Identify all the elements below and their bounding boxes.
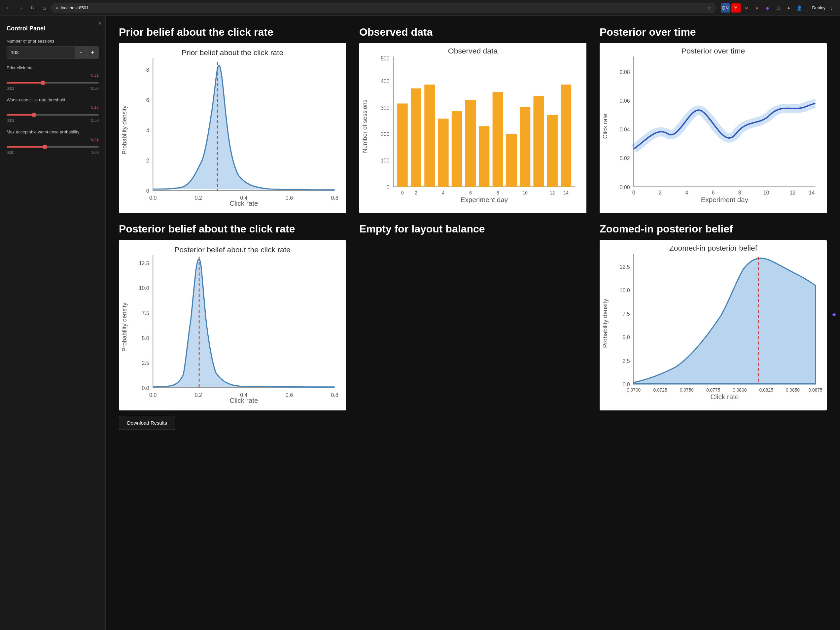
prior-sessions-decrement[interactable]: - bbox=[75, 47, 87, 58]
separator bbox=[807, 4, 807, 12]
svg-text:Probability density: Probability density bbox=[121, 302, 128, 352]
max-acceptable-prob-max: 1.00 bbox=[91, 150, 99, 155]
prior-sessions-group: Number of prior sessions 103 - + bbox=[6, 39, 99, 59]
prior-belief-svg: Prior belief about the click rate Probab… bbox=[119, 43, 346, 213]
svg-text:Click rate: Click rate bbox=[710, 393, 739, 400]
svg-text:14: 14 bbox=[808, 189, 815, 196]
sidebar-close-button[interactable]: × bbox=[98, 20, 101, 27]
svg-text:10.0: 10.0 bbox=[619, 287, 630, 293]
posterior-belief-chart: Posterior belief about the click rate Pr… bbox=[119, 240, 346, 411]
svg-text:2: 2 bbox=[415, 191, 417, 196]
max-acceptable-prob-range: 0.00 1.00 bbox=[6, 150, 99, 155]
max-acceptable-prob-value: 0.41 bbox=[6, 137, 99, 142]
svg-text:Observed data: Observed data bbox=[448, 47, 498, 55]
svg-rect-61 bbox=[520, 107, 530, 187]
svg-text:200: 200 bbox=[381, 131, 390, 137]
svg-text:8: 8 bbox=[738, 189, 741, 196]
svg-text:Zoomed-in posterior belief: Zoomed-in posterior belief bbox=[669, 244, 758, 252]
svg-text:Click rate: Click rate bbox=[602, 114, 608, 139]
observed-data-chart: Observed data Number of sessions Experim… bbox=[359, 43, 586, 213]
ext-5[interactable]: ◆ bbox=[763, 3, 772, 13]
posterior-belief-section: Posterior belief about the click rate Po… bbox=[119, 223, 346, 429]
svg-text:10: 10 bbox=[523, 191, 528, 196]
svg-rect-49 bbox=[411, 88, 421, 187]
svg-text:Probability density: Probability density bbox=[121, 105, 128, 155]
max-acceptable-prob-slider[interactable] bbox=[6, 146, 99, 148]
worst-case-threshold-slider[interactable] bbox=[6, 114, 99, 115]
ext-3[interactable]: ∞ bbox=[742, 3, 751, 13]
svg-text:0.6: 0.6 bbox=[286, 392, 293, 398]
svg-text:0.0725: 0.0725 bbox=[653, 387, 667, 392]
svg-text:0: 0 bbox=[146, 188, 149, 194]
worst-case-threshold-range: 0.01 0.50 bbox=[6, 118, 99, 123]
svg-text:400: 400 bbox=[381, 78, 390, 84]
observed-data-section: Observed data Observed data Number of se… bbox=[359, 26, 586, 213]
ext-6[interactable]: □ bbox=[774, 3, 783, 13]
svg-text:300: 300 bbox=[381, 105, 390, 111]
svg-text:14: 14 bbox=[563, 191, 568, 196]
prior-belief-section: Prior belief about the click rate Prior … bbox=[119, 26, 346, 213]
back-button[interactable]: ← bbox=[4, 3, 13, 13]
svg-text:7.5: 7.5 bbox=[622, 311, 630, 317]
posterior-over-time-section: Posterior over time Posterior over time … bbox=[600, 26, 827, 213]
svg-rect-51 bbox=[424, 85, 435, 187]
address-bar[interactable]: ● localhost:8501 ☆ bbox=[52, 3, 715, 13]
svg-text:0.6: 0.6 bbox=[286, 195, 293, 201]
menu-button[interactable]: ⋮ bbox=[827, 3, 836, 13]
zoomed-posterior-section: Zoomed-in posterior belief Zoomed-in pos… bbox=[600, 223, 827, 410]
main-content: Prior belief about the click rate Prior … bbox=[106, 16, 840, 630]
svg-text:0.4: 0.4 bbox=[240, 195, 247, 201]
max-acceptable-prob-group: Max acceptable worst-case probability 0.… bbox=[6, 129, 99, 155]
deploy-button[interactable]: Deploy bbox=[812, 5, 826, 10]
svg-text:0.0: 0.0 bbox=[622, 381, 630, 387]
ext-8[interactable]: 👤 bbox=[795, 3, 804, 13]
content-grid: Prior belief about the click rate Prior … bbox=[119, 26, 827, 430]
svg-text:Number of sessions: Number of sessions bbox=[361, 100, 368, 153]
home-button[interactable]: ⌂ bbox=[39, 3, 49, 13]
svg-text:8: 8 bbox=[497, 191, 499, 196]
svg-text:0.04: 0.04 bbox=[619, 127, 630, 133]
max-acceptable-prob-slider-row bbox=[6, 143, 99, 149]
svg-text:0: 0 bbox=[632, 189, 635, 196]
svg-rect-52 bbox=[438, 119, 449, 187]
prior-click-rate-max: 0.50 bbox=[91, 86, 99, 91]
svg-text:0.0750: 0.0750 bbox=[680, 387, 694, 392]
forward-button[interactable]: → bbox=[16, 3, 25, 13]
prior-click-rate-slider-row bbox=[6, 79, 99, 85]
ext-2[interactable]: Y bbox=[731, 3, 741, 13]
svg-text:500: 500 bbox=[381, 55, 390, 62]
ext-4[interactable]: ● bbox=[753, 3, 762, 13]
svg-text:2.5: 2.5 bbox=[142, 360, 149, 366]
svg-text:100: 100 bbox=[381, 158, 390, 164]
sparkle-decoration[interactable]: ✦ bbox=[828, 308, 840, 322]
svg-text:0.2: 0.2 bbox=[195, 195, 202, 201]
svg-text:0: 0 bbox=[401, 191, 404, 196]
zoomed-posterior-chart: Zoomed-in posterior belief Probability d… bbox=[600, 240, 827, 411]
observed-data-title: Observed data bbox=[359, 26, 586, 38]
svg-rect-47 bbox=[397, 104, 408, 187]
ext-1[interactable]: ON bbox=[721, 3, 730, 13]
svg-text:6: 6 bbox=[712, 189, 715, 196]
svg-text:0.0825: 0.0825 bbox=[759, 387, 773, 392]
svg-text:10: 10 bbox=[763, 189, 769, 196]
max-acceptable-prob-label: Max acceptable worst-case probability bbox=[6, 129, 99, 134]
svg-text:0.0850: 0.0850 bbox=[786, 387, 800, 392]
posterior-over-time-title: Posterior over time bbox=[600, 26, 827, 38]
zoomed-posterior-title: Zoomed-in posterior belief bbox=[600, 223, 827, 235]
svg-text:0.0: 0.0 bbox=[149, 195, 156, 201]
ext-7[interactable]: ● bbox=[784, 3, 793, 13]
download-results-button[interactable]: Download Results bbox=[119, 416, 175, 430]
reload-button[interactable]: ↻ bbox=[28, 3, 37, 13]
svg-text:Experiment day: Experiment day bbox=[461, 196, 508, 204]
sidebar: × Control Panel Number of prior sessions… bbox=[0, 16, 106, 630]
prior-sessions-input: 103 - + bbox=[6, 46, 99, 59]
lock-icon: ● bbox=[56, 6, 58, 10]
prior-click-rate-range: 0.01 0.50 bbox=[6, 86, 99, 91]
prior-click-rate-slider[interactable] bbox=[6, 82, 99, 84]
svg-text:4: 4 bbox=[685, 189, 688, 196]
svg-text:0.0800: 0.0800 bbox=[733, 387, 747, 392]
prior-sessions-increment[interactable]: + bbox=[87, 47, 98, 58]
svg-text:2: 2 bbox=[659, 189, 662, 196]
col-1: Prior belief about the click rate Prior … bbox=[119, 26, 346, 430]
svg-text:0.06: 0.06 bbox=[619, 98, 630, 104]
